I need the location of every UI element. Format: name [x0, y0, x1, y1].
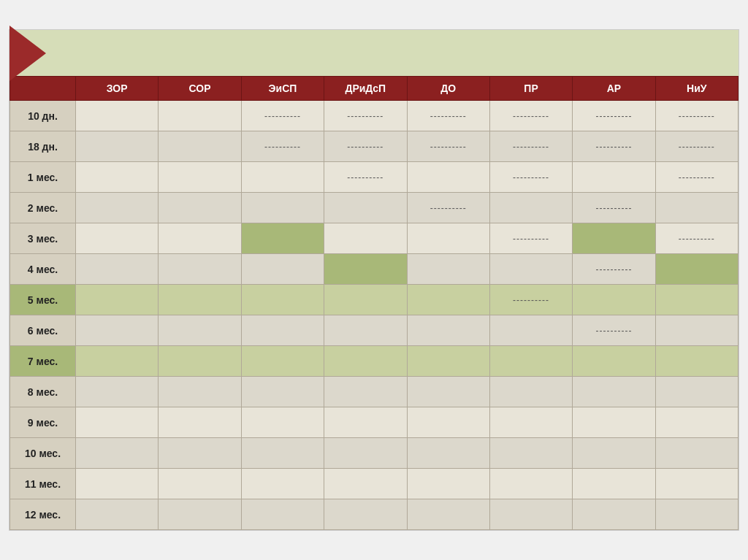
age-label: 8 мес. [10, 377, 76, 407]
data-cell [241, 377, 324, 407]
data-cell [76, 499, 159, 530]
data-cell [573, 407, 655, 438]
header-area [9, 30, 739, 76]
data-cell [573, 377, 655, 407]
data-cell [407, 346, 489, 377]
data-cell [655, 346, 738, 377]
data-cell [324, 377, 407, 407]
data-cell [159, 254, 241, 285]
data-cell [655, 499, 738, 530]
data-cell [76, 438, 159, 469]
data-cell [573, 223, 655, 254]
data-cell [324, 469, 407, 499]
data-cell: ---------- [324, 162, 407, 193]
data-cell: ---------- [407, 193, 489, 223]
header-col-ЭиСП: ЭиСП [241, 77, 324, 101]
table-row: 9 мес. [10, 407, 739, 438]
age-label: 6 мес. [10, 315, 76, 346]
data-cell [407, 438, 489, 469]
data-cell [655, 438, 738, 469]
data-cell [159, 499, 241, 530]
data-cell [489, 499, 572, 530]
data-cell [324, 254, 407, 285]
data-cell [489, 377, 572, 407]
data-cell [407, 315, 489, 346]
data-cell [76, 131, 159, 162]
age-label: 7 мес. [10, 346, 76, 377]
data-cell [76, 223, 159, 254]
data-cell [573, 469, 655, 499]
data-cell [655, 315, 738, 346]
data-cell [241, 438, 324, 469]
age-label: 3 мес. [10, 223, 76, 254]
data-cell: ---------- [573, 131, 655, 162]
table-wrapper: ЗОРСОРЭиСПДРиДсПДОПРАРНиУ 10 дн.--------… [9, 76, 739, 530]
table-row: 18 дн.----------------------------------… [10, 131, 739, 162]
age-label: 10 мес. [10, 438, 76, 469]
data-cell: ---------- [241, 131, 324, 162]
age-label: 18 дн. [10, 131, 76, 162]
data-cell [407, 377, 489, 407]
data-cell [159, 377, 241, 407]
data-cell [573, 438, 655, 469]
table-row: 12 мес. [10, 499, 739, 530]
data-cell [241, 162, 324, 193]
table-row: 1 мес.------------------------------ [10, 162, 739, 193]
data-cell [655, 469, 738, 499]
header-col-ДО: ДО [407, 77, 489, 101]
age-label: 1 мес. [10, 162, 76, 193]
data-cell [407, 223, 489, 254]
data-cell [407, 285, 489, 315]
data-cell [489, 346, 572, 377]
data-cell [489, 193, 572, 223]
data-cell [324, 407, 407, 438]
data-cell [76, 254, 159, 285]
table-row: 10 мес. [10, 438, 739, 469]
table-row: 11 мес. [10, 469, 739, 499]
table-row: 3 мес.-------------------- [10, 223, 739, 254]
data-cell: ---------- [489, 101, 572, 131]
data-cell [407, 407, 489, 438]
data-cell [407, 499, 489, 530]
table-row: 10 дн.----------------------------------… [10, 101, 739, 131]
data-cell: ---------- [655, 131, 738, 162]
header-col-ПР: ПР [489, 77, 572, 101]
data-cell [159, 285, 241, 315]
age-label: 9 мес. [10, 407, 76, 438]
data-cell [159, 193, 241, 223]
table-body: 10 дн.----------------------------------… [10, 101, 739, 530]
data-cell [241, 469, 324, 499]
header-col-ДРиДсП: ДРиДсП [324, 77, 407, 101]
data-cell [159, 407, 241, 438]
data-cell [241, 499, 324, 530]
diagnostic-table: ЗОРСОРЭиСПДРиДсПДОПРАРНиУ 10 дн.--------… [9, 76, 739, 530]
data-cell [573, 162, 655, 193]
data-cell [655, 254, 738, 285]
data-cell [159, 315, 241, 346]
data-cell: ---------- [573, 315, 655, 346]
data-cell [76, 469, 159, 499]
data-cell [324, 223, 407, 254]
age-label: 4 мес. [10, 254, 76, 285]
age-label: 10 дн. [10, 101, 76, 131]
red-arrow-decoration [9, 26, 46, 81]
data-cell [489, 407, 572, 438]
data-cell [407, 469, 489, 499]
data-cell [407, 162, 489, 193]
data-cell: ---------- [241, 101, 324, 131]
data-cell [324, 346, 407, 377]
data-cell [573, 285, 655, 315]
table-row: 8 мес. [10, 377, 739, 407]
data-cell: ---------- [489, 131, 572, 162]
data-cell [76, 346, 159, 377]
data-cell [324, 315, 407, 346]
data-cell [324, 285, 407, 315]
data-cell [573, 346, 655, 377]
data-cell [407, 254, 489, 285]
data-cell: ---------- [655, 162, 738, 193]
data-cell [655, 193, 738, 223]
table-row: 6 мес.---------- [10, 315, 739, 346]
data-cell [324, 438, 407, 469]
data-cell [573, 499, 655, 530]
data-cell [159, 346, 241, 377]
